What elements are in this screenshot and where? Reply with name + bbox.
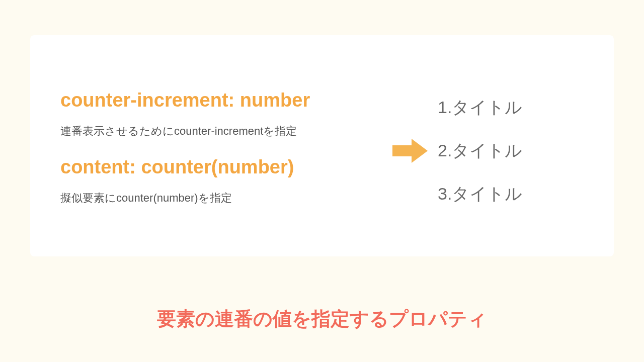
- arrow-right-icon: [387, 139, 433, 163]
- desc-counter-increment: 連番表示させるためにcounter-incrementを指定: [60, 122, 377, 140]
- svg-marker-0: [392, 139, 428, 163]
- list-item: 3.タイトル: [438, 183, 584, 206]
- content-card: counter-increment: number 連番表示させるためにcoun…: [30, 35, 614, 256]
- list-item: 2.タイトル: [438, 139, 584, 162]
- footer-caption: 要素の連番の値を指定するプロパティ: [0, 306, 644, 332]
- example-list: 1.タイトル 2.タイトル 3.タイトル: [433, 96, 584, 206]
- desc-content-counter: 擬似要素にcounter(number)を指定: [60, 189, 377, 207]
- heading-counter-increment: counter-increment: number: [60, 88, 377, 113]
- left-column: counter-increment: number 連番表示させるためにcoun…: [60, 88, 387, 213]
- list-item: 1.タイトル: [438, 96, 584, 119]
- heading-content-counter: content: counter(number): [60, 155, 377, 179]
